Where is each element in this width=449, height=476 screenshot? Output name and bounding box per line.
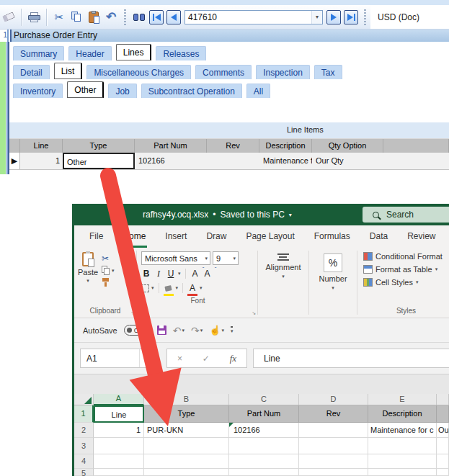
cell-e5[interactable] bbox=[368, 469, 437, 476]
italic-button[interactable]: I bbox=[154, 268, 164, 279]
tree-panel-edge[interactable] bbox=[0, 42, 9, 174]
touch-mode-button[interactable]: ☝▾ bbox=[209, 325, 224, 335]
tab-miscellaneous-charges[interactable]: Miscellaneous Charges bbox=[86, 65, 191, 79]
font-color-button[interactable]: A bbox=[187, 282, 197, 294]
tab-review[interactable]: Review bbox=[399, 225, 443, 248]
chevron-down-icon[interactable]: ▾ bbox=[139, 349, 150, 367]
cell-d2[interactable] bbox=[299, 423, 368, 438]
cell-f3[interactable] bbox=[437, 438, 449, 454]
tab-tax[interactable]: Tax bbox=[314, 65, 342, 79]
column-header-type[interactable]: Type bbox=[63, 139, 135, 153]
column-header-e[interactable]: E bbox=[368, 394, 437, 405]
undo-button[interactable]: ↶ bbox=[102, 8, 120, 27]
record-dropdown-button[interactable]: ▾ bbox=[311, 11, 322, 24]
save-status[interactable]: Saved to this PC bbox=[220, 210, 284, 220]
fill-color-button[interactable] bbox=[164, 282, 174, 294]
tab-releases[interactable]: Releases bbox=[156, 46, 206, 60]
search-records-button[interactable] bbox=[130, 8, 148, 27]
tab-all[interactable]: All bbox=[246, 84, 270, 98]
tab-inventory[interactable]: Inventory bbox=[13, 84, 63, 98]
cell-styles-button[interactable]: Cell Styles ▾ bbox=[363, 278, 449, 287]
tab-subcontract-operation[interactable]: Subcontract Operation bbox=[141, 84, 242, 98]
tab-other[interactable]: Other bbox=[67, 81, 104, 98]
insert-function-button[interactable]: fx bbox=[230, 353, 236, 364]
row-header-3[interactable]: 3 bbox=[74, 438, 94, 454]
print-button[interactable] bbox=[25, 8, 43, 27]
cell-b4[interactable] bbox=[144, 454, 229, 469]
tab-draw[interactable]: Draw bbox=[198, 225, 234, 248]
chevron-down-icon[interactable]: ▾ bbox=[282, 274, 285, 279]
chevron-down-icon[interactable]: ▾ bbox=[332, 285, 334, 291]
next-record-button[interactable] bbox=[326, 10, 341, 24]
tab-formulas[interactable]: Formulas bbox=[306, 225, 358, 248]
selector-header[interactable] bbox=[9, 139, 20, 153]
select-all-button[interactable] bbox=[74, 394, 94, 405]
tab-summary[interactable]: Summary bbox=[13, 46, 64, 60]
cell-b2[interactable]: PUR-UKN bbox=[144, 423, 229, 438]
cell-b5[interactable] bbox=[144, 469, 229, 476]
column-header-line[interactable]: Line bbox=[20, 139, 63, 153]
borders-icon[interactable] bbox=[141, 284, 149, 292]
cell-d3[interactable] bbox=[299, 438, 368, 454]
tab-insert[interactable]: Insert bbox=[157, 225, 195, 248]
column-header-description[interactable]: Description bbox=[259, 139, 312, 153]
cell-c2[interactable]: 102166 bbox=[229, 423, 299, 438]
autosave-toggle[interactable]: Off bbox=[124, 325, 151, 336]
row-header-2[interactable]: 2 bbox=[74, 423, 94, 438]
cell-a3[interactable] bbox=[94, 438, 144, 454]
cell-e3[interactable] bbox=[368, 438, 437, 454]
copy-button[interactable]: ▾ bbox=[102, 266, 115, 275]
cell-d1[interactable]: Rev bbox=[299, 405, 368, 423]
alignment-icon[interactable] bbox=[277, 253, 289, 261]
cell-a1-selected[interactable]: Line bbox=[94, 405, 144, 423]
format-as-table-button[interactable]: Format as Table ▾ bbox=[363, 265, 449, 274]
cell-b3[interactable] bbox=[144, 438, 229, 454]
record-combobox[interactable]: 417610 ▾ bbox=[185, 10, 323, 24]
cell-f2[interactable]: Our Qty bbox=[437, 423, 449, 438]
cell-line[interactable]: 1 bbox=[20, 153, 63, 169]
customize-qat-button[interactable]: ▾ bbox=[231, 326, 234, 334]
column-header-b[interactable]: B bbox=[144, 394, 229, 405]
cell-f5[interactable] bbox=[437, 469, 449, 476]
row-header-1[interactable]: 1 bbox=[74, 405, 94, 423]
cell-c5[interactable] bbox=[229, 469, 299, 476]
cell-a5[interactable] bbox=[94, 469, 144, 476]
increase-font-size-button[interactable]: Aˆ bbox=[190, 268, 200, 279]
cell-d4[interactable] bbox=[299, 454, 368, 469]
cell-b1[interactable]: Type bbox=[144, 405, 229, 423]
cut-button[interactable]: ✂ bbox=[50, 8, 68, 27]
dialog-launcher-icon[interactable]: ↘ bbox=[130, 310, 135, 316]
redo-button[interactable]: ↷▾ bbox=[191, 325, 203, 336]
dialog-launcher-icon[interactable]: ↘ bbox=[252, 310, 256, 316]
cell-f1[interactable] bbox=[437, 405, 449, 423]
cell-c3[interactable] bbox=[229, 438, 299, 454]
clear-button[interactable] bbox=[0, 8, 17, 27]
column-header-c[interactable]: C bbox=[229, 394, 299, 405]
cut-button[interactable]: ✂ bbox=[102, 253, 115, 263]
cell-c4[interactable] bbox=[229, 454, 299, 469]
conditional-formatting-button[interactable]: Conditional Format bbox=[363, 252, 449, 261]
cancel-icon[interactable]: × bbox=[177, 354, 182, 364]
column-header-qty-option[interactable]: Qty Option bbox=[312, 139, 383, 153]
paste-button[interactable] bbox=[85, 8, 102, 27]
tab-page-layout[interactable]: Page Layout bbox=[238, 225, 302, 248]
copy-button[interactable] bbox=[68, 8, 85, 27]
tab-home[interactable]: Home bbox=[115, 225, 154, 248]
cell-e1[interactable]: Description bbox=[368, 405, 437, 423]
row-header-4[interactable]: 4 bbox=[74, 454, 94, 469]
format-painter-button[interactable] bbox=[102, 278, 115, 287]
name-box[interactable]: A1 ▾ bbox=[80, 349, 151, 368]
paste-button[interactable]: Paste ▾ bbox=[74, 248, 102, 307]
formula-bar[interactable]: Line bbox=[253, 349, 449, 368]
save-button[interactable] bbox=[157, 325, 166, 335]
enter-icon[interactable]: ✓ bbox=[203, 354, 210, 364]
tab-comments[interactable]: Comments bbox=[195, 65, 252, 79]
last-record-button[interactable] bbox=[344, 10, 358, 24]
column-header-a[interactable]: A bbox=[94, 394, 144, 405]
first-record-button[interactable] bbox=[149, 10, 164, 24]
column-header-part-num[interactable]: Part Num bbox=[135, 139, 207, 153]
tab-data[interactable]: Data bbox=[362, 225, 396, 248]
cell-part-num[interactable]: 102166 bbox=[135, 153, 207, 169]
cell-rev[interactable] bbox=[207, 153, 259, 169]
tab-inspection[interactable]: Inspection bbox=[256, 65, 310, 79]
